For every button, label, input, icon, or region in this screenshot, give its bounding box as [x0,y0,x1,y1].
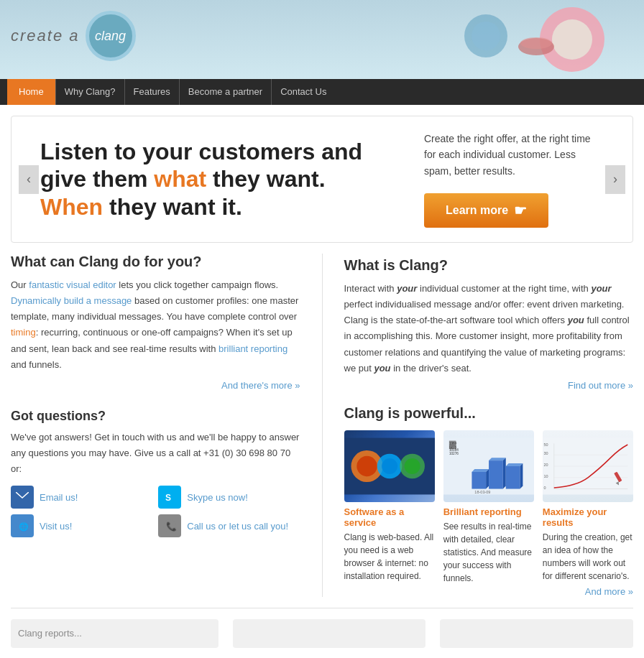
maximize-desc: During the creation, get an idea of how … [543,531,633,583]
what-can-clang-text: Our fantastic visual editor lets you cli… [11,277,300,373]
svg-point-1 [552,19,592,60]
skype-contact[interactable]: S Skype us now! [158,486,300,509]
skype-label: Skype us now! [187,492,248,503]
svg-text:📞: 📞 [166,521,177,532]
dynamic-message-link[interactable]: Dynamically build a message [11,295,132,306]
hero-desc-text: Create the right offer, at the right tim… [424,131,604,179]
call-label: Call us or let us call you! [187,521,288,532]
svg-point-15 [356,456,377,476]
saas-title: Software as a service [344,506,435,528]
hero-headline: Listen to your customers and give them w… [40,138,402,221]
cursor-icon: ☛ [514,202,527,219]
powerful-section: Clang is powerful... [344,405,634,597]
learn-more-button[interactable]: Learn more ☛ [424,193,548,228]
main-nav: Home Why Clang? Features Become a partne… [0,79,644,105]
visit-icon: 🌐 [11,514,34,537]
feature-maximize: 0 10 20 30 50 [543,430,633,597]
email-label: Email us! [40,492,78,503]
saas-image [344,430,435,502]
bottom-placeholder-2 [233,619,426,648]
email-contact[interactable]: Email us! [11,486,152,509]
logo-circle: clang [86,11,136,61]
svg-text:0: 0 [543,485,546,489]
svg-marker-31 [502,458,505,488]
nav-contact[interactable]: Contact Us [272,79,335,105]
right-column: What is Clang? Interact with your indivi… [323,254,634,597]
headline-line1: Listen to your customers and [40,139,362,164]
what-can-clang-title: What can Clang do for you? [11,254,300,270]
headline-line2-start: give them [40,166,154,192]
reporting-title: Brilliant reporting [443,506,534,517]
and-more-link[interactable]: And more » [543,586,633,597]
hero-next-button[interactable]: › [605,165,625,194]
visit-label: Visit us! [40,521,72,532]
bottom-placeholder-3 [440,619,633,648]
svg-point-3 [520,37,552,49]
left-column: What can Clang do for you? Our fantastic… [11,254,323,597]
svg-text:50: 50 [543,442,548,447]
svg-text:S: S [165,493,171,503]
nav-why-clang[interactable]: Why Clang? [56,79,125,105]
hero-prev-button[interactable]: ‹ [19,165,39,194]
bottom-section: Clang reports... [11,608,633,648]
find-out-link[interactable]: Find out more » [344,380,634,391]
visit-contact[interactable]: 🌐 Visit us! [11,514,152,537]
logo-text: create a [11,27,80,45]
main-content: What can Clang do for you? Our fantastic… [11,254,633,597]
svg-marker-33 [505,463,523,466]
svg-marker-27 [472,469,489,472]
svg-rect-26 [472,472,486,489]
svg-marker-34 [520,463,523,488]
call-contact[interactable]: 📞 Call us or let us call you! [158,514,300,537]
reporting-image: 1369 0276 10184 10276 [443,430,534,502]
reporting-desc: See results in real-time with detailed, … [443,520,534,585]
svg-text:🌐: 🌐 [19,522,29,532]
svg-point-19 [404,458,420,474]
svg-rect-32 [505,466,520,489]
svg-rect-29 [489,460,503,488]
svg-text:30: 30 [543,451,548,455]
features-grid: Software as a service Clang is web-based… [344,430,634,597]
timing-link[interactable]: timing [11,327,36,338]
svg-text:10: 10 [543,474,548,478]
svg-text:18-03-09: 18-03-09 [474,490,490,494]
svg-point-5 [472,22,500,50]
hero-section: ‹ Listen to your customers and give them… [11,116,633,243]
maximize-image: 0 10 20 30 50 [543,430,633,502]
what-is-clang-title: What is Clang? [344,257,634,274]
headline-what: what [154,166,206,192]
call-icon: 📞 [158,514,181,537]
headline-line2-end: they want. [206,166,325,192]
skype-icon: S [158,486,181,509]
feature-reporting: 1369 0276 10184 10276 [443,430,534,597]
svg-text:20: 20 [543,463,548,467]
saas-desc: Clang is web-based. All you need is a we… [344,531,435,583]
what-is-clang-text: Interact with your individual customer a… [344,281,634,376]
feature-saas: Software as a service Clang is web-based… [344,430,435,597]
reporting-link[interactable]: brilliant reporting [218,343,288,354]
nav-home[interactable]: Home [7,79,56,105]
header-decoration [428,0,644,79]
svg-point-17 [382,458,397,474]
got-questions-title: Got questions? [11,409,300,424]
nav-partner[interactable]: Become a partner [180,79,272,105]
contact-grid: Email us! S Skype us now! 🌐 Visit us! [11,486,300,537]
got-questions-text: We've got answers! Get in touch with us … [11,430,300,477]
header-banner: create a clang [0,0,644,79]
headline-line3-end: they want it. [103,194,242,220]
got-questions-section: Got questions? We've got answers! Get in… [11,409,300,537]
bottom-placeholder-1: Clang reports... [11,619,218,648]
svg-marker-28 [486,469,489,489]
svg-text:10276: 10276 [449,452,459,455]
headline-when: When [40,194,103,220]
visual-editor-link[interactable]: fantastic visual editor [29,279,116,290]
svg-marker-30 [489,458,506,460]
powerful-title: Clang is powerful... [344,405,634,422]
hero-description: Create the right offer, at the right tim… [402,131,604,228]
email-icon [11,486,34,509]
nav-features[interactable]: Features [125,79,180,105]
and-more-link[interactable]: And there's more » [11,380,300,391]
maximize-title: Maximize your results [543,506,633,528]
